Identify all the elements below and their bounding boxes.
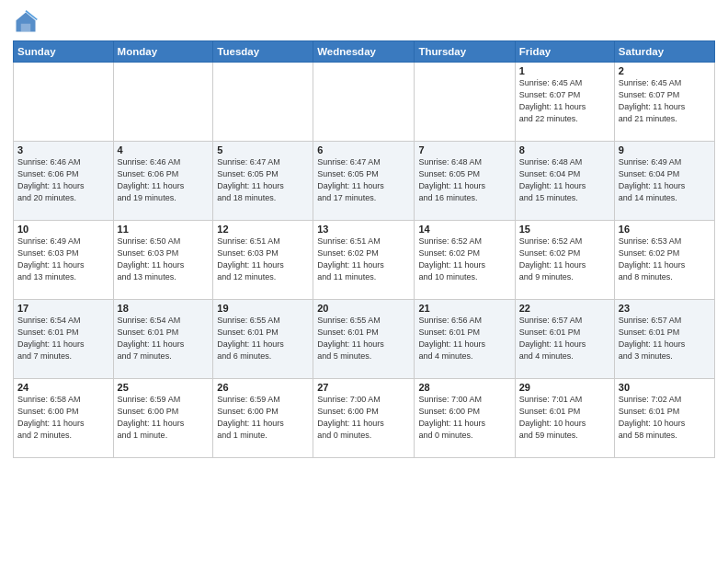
day-number: 16 [619, 224, 711, 235]
calendar-cell [213, 63, 313, 142]
day-number: 11 [118, 224, 210, 235]
day-number: 7 [418, 144, 510, 155]
calendar-cell [14, 63, 114, 142]
calendar-cell: 19Sunrise: 6:55 AM Sunset: 6:01 PM Dayli… [213, 300, 313, 379]
day-info: Sunrise: 6:49 AM Sunset: 6:04 PM Dayligh… [619, 156, 711, 204]
day-info: Sunrise: 6:51 AM Sunset: 6:03 PM Dayligh… [217, 236, 309, 283]
calendar-cell: 18Sunrise: 6:54 AM Sunset: 6:01 PM Dayli… [113, 300, 213, 379]
day-number: 12 [217, 224, 309, 235]
calendar-cell: 23Sunrise: 6:57 AM Sunset: 6:01 PM Dayli… [614, 300, 714, 379]
calendar-cell: 21Sunrise: 6:56 AM Sunset: 6:01 PM Dayli… [415, 300, 515, 379]
calendar-cell: 11Sunrise: 6:50 AM Sunset: 6:03 PM Dayli… [113, 221, 213, 300]
day-info: Sunrise: 6:52 AM Sunset: 6:02 PM Dayligh… [418, 236, 510, 283]
day-number: 20 [317, 303, 410, 314]
day-number: 9 [619, 144, 711, 155]
day-number: 3 [17, 144, 109, 155]
calendar-cell: 29Sunrise: 7:01 AM Sunset: 6:01 PM Dayli… [515, 379, 614, 458]
calendar-cell: 30Sunrise: 7:02 AM Sunset: 6:01 PM Dayli… [614, 379, 714, 458]
day-info: Sunrise: 7:02 AM Sunset: 6:01 PM Dayligh… [619, 394, 711, 442]
day-info: Sunrise: 6:46 AM Sunset: 6:06 PM Dayligh… [118, 156, 210, 204]
calendar-cell: 28Sunrise: 7:00 AM Sunset: 6:00 PM Dayli… [415, 379, 515, 458]
week-row-3: 17Sunrise: 6:54 AM Sunset: 6:01 PM Dayli… [14, 300, 715, 379]
day-number: 25 [118, 382, 210, 393]
day-info: Sunrise: 6:46 AM Sunset: 6:06 PM Dayligh… [17, 156, 109, 204]
day-info: Sunrise: 6:53 AM Sunset: 6:02 PM Dayligh… [619, 236, 711, 283]
day-info: Sunrise: 6:57 AM Sunset: 6:01 PM Dayligh… [619, 315, 711, 362]
weekday-header-monday: Monday [113, 41, 213, 63]
day-number: 2 [619, 65, 711, 76]
day-number: 17 [17, 303, 109, 314]
day-info: Sunrise: 6:58 AM Sunset: 6:00 PM Dayligh… [17, 394, 109, 442]
week-row-0: 1Sunrise: 6:45 AM Sunset: 6:07 PM Daylig… [14, 63, 715, 142]
weekday-header-thursday: Thursday [415, 41, 515, 63]
day-number: 15 [519, 224, 610, 235]
day-number: 4 [118, 144, 210, 155]
day-number: 27 [317, 382, 410, 393]
calendar-cell [313, 63, 415, 142]
calendar-cell: 9Sunrise: 6:49 AM Sunset: 6:04 PM Daylig… [614, 142, 714, 221]
day-info: Sunrise: 6:54 AM Sunset: 6:01 PM Dayligh… [118, 315, 210, 362]
day-info: Sunrise: 6:59 AM Sunset: 6:00 PM Dayligh… [217, 394, 309, 442]
logo-icon [13, 9, 39, 35]
calendar-cell [113, 63, 213, 142]
day-info: Sunrise: 7:01 AM Sunset: 6:01 PM Dayligh… [519, 394, 610, 442]
calendar-cell: 2Sunrise: 6:45 AM Sunset: 6:07 PM Daylig… [614, 63, 714, 142]
day-number: 13 [317, 224, 410, 235]
calendar-cell: 15Sunrise: 6:52 AM Sunset: 6:02 PM Dayli… [515, 221, 614, 300]
calendar-cell: 24Sunrise: 6:58 AM Sunset: 6:00 PM Dayli… [14, 379, 114, 458]
week-row-2: 10Sunrise: 6:49 AM Sunset: 6:03 PM Dayli… [14, 221, 715, 300]
day-number: 6 [317, 144, 410, 155]
calendar-cell: 13Sunrise: 6:51 AM Sunset: 6:02 PM Dayli… [313, 221, 415, 300]
calendar-cell: 7Sunrise: 6:48 AM Sunset: 6:05 PM Daylig… [415, 142, 515, 221]
day-number: 14 [418, 224, 510, 235]
week-row-4: 24Sunrise: 6:58 AM Sunset: 6:00 PM Dayli… [14, 379, 715, 458]
day-info: Sunrise: 7:00 AM Sunset: 6:00 PM Dayligh… [418, 394, 510, 442]
day-info: Sunrise: 6:57 AM Sunset: 6:01 PM Dayligh… [519, 315, 610, 362]
calendar-cell [415, 63, 515, 142]
calendar-cell: 27Sunrise: 7:00 AM Sunset: 6:00 PM Dayli… [313, 379, 415, 458]
day-number: 23 [619, 303, 711, 314]
day-number: 24 [17, 382, 109, 393]
day-info: Sunrise: 6:49 AM Sunset: 6:03 PM Dayligh… [17, 236, 109, 283]
calendar-cell: 26Sunrise: 6:59 AM Sunset: 6:00 PM Dayli… [213, 379, 313, 458]
header [13, 9, 715, 35]
day-info: Sunrise: 6:56 AM Sunset: 6:01 PM Dayligh… [418, 315, 510, 362]
day-number: 30 [619, 382, 711, 393]
page-container: SundayMondayTuesdayWednesdayThursdayFrid… [0, 0, 728, 465]
calendar: SundayMondayTuesdayWednesdayThursdayFrid… [13, 40, 715, 458]
calendar-cell: 5Sunrise: 6:47 AM Sunset: 6:05 PM Daylig… [213, 142, 313, 221]
svg-rect-2 [21, 24, 31, 32]
calendar-cell: 12Sunrise: 6:51 AM Sunset: 6:03 PM Dayli… [213, 221, 313, 300]
day-info: Sunrise: 6:45 AM Sunset: 6:07 PM Dayligh… [619, 77, 711, 125]
day-number: 10 [17, 224, 109, 235]
day-info: Sunrise: 6:51 AM Sunset: 6:02 PM Dayligh… [317, 236, 410, 283]
day-info: Sunrise: 6:54 AM Sunset: 6:01 PM Dayligh… [17, 315, 109, 362]
day-info: Sunrise: 6:55 AM Sunset: 6:01 PM Dayligh… [317, 315, 410, 362]
weekday-header-row: SundayMondayTuesdayWednesdayThursdayFrid… [14, 41, 715, 63]
day-info: Sunrise: 6:50 AM Sunset: 6:03 PM Dayligh… [118, 236, 210, 283]
day-info: Sunrise: 6:52 AM Sunset: 6:02 PM Dayligh… [519, 236, 610, 283]
calendar-cell: 25Sunrise: 6:59 AM Sunset: 6:00 PM Dayli… [113, 379, 213, 458]
day-info: Sunrise: 6:47 AM Sunset: 6:05 PM Dayligh… [217, 156, 309, 204]
calendar-cell: 14Sunrise: 6:52 AM Sunset: 6:02 PM Dayli… [415, 221, 515, 300]
calendar-cell: 22Sunrise: 6:57 AM Sunset: 6:01 PM Dayli… [515, 300, 614, 379]
day-number: 1 [519, 65, 610, 76]
calendar-cell: 1Sunrise: 6:45 AM Sunset: 6:07 PM Daylig… [515, 63, 614, 142]
logo [13, 9, 42, 35]
calendar-cell: 17Sunrise: 6:54 AM Sunset: 6:01 PM Dayli… [14, 300, 114, 379]
day-info: Sunrise: 6:45 AM Sunset: 6:07 PM Dayligh… [519, 77, 610, 125]
weekday-header-saturday: Saturday [614, 41, 714, 63]
day-info: Sunrise: 6:48 AM Sunset: 6:04 PM Dayligh… [519, 156, 610, 204]
day-number: 18 [118, 303, 210, 314]
week-row-1: 3Sunrise: 6:46 AM Sunset: 6:06 PM Daylig… [14, 142, 715, 221]
day-info: Sunrise: 6:59 AM Sunset: 6:00 PM Dayligh… [118, 394, 210, 442]
day-info: Sunrise: 6:48 AM Sunset: 6:05 PM Dayligh… [418, 156, 510, 204]
weekday-header-tuesday: Tuesday [213, 41, 313, 63]
day-info: Sunrise: 6:47 AM Sunset: 6:05 PM Dayligh… [317, 156, 410, 204]
calendar-cell: 20Sunrise: 6:55 AM Sunset: 6:01 PM Dayli… [313, 300, 415, 379]
calendar-cell: 10Sunrise: 6:49 AM Sunset: 6:03 PM Dayli… [14, 221, 114, 300]
weekday-header-sunday: Sunday [14, 41, 114, 63]
day-info: Sunrise: 7:00 AM Sunset: 6:00 PM Dayligh… [317, 394, 410, 442]
day-number: 5 [217, 144, 309, 155]
calendar-cell: 6Sunrise: 6:47 AM Sunset: 6:05 PM Daylig… [313, 142, 415, 221]
